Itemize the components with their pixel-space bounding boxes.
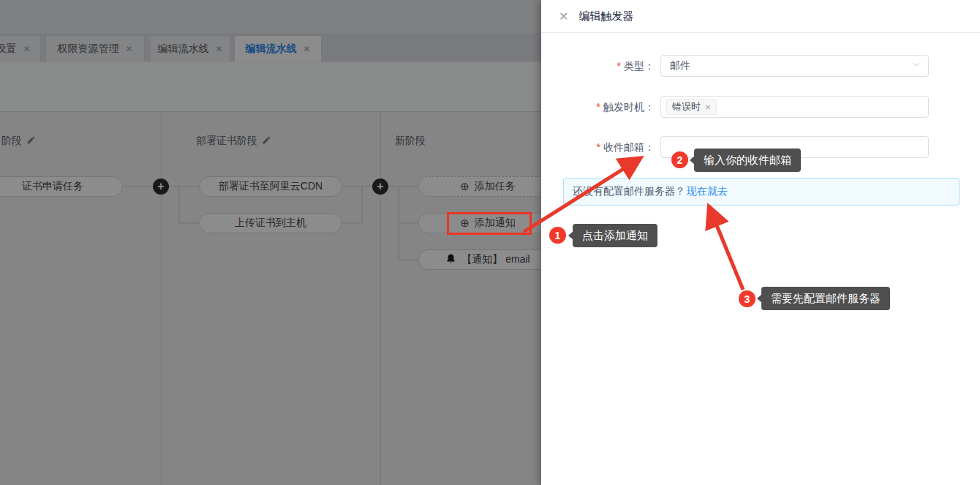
step-badge-1: 1 — [549, 227, 566, 244]
screen: 设置 ✕ 权限资源管理 ✕ 编辑流水线 ✕ 编辑流水线 ✕ 阶段 — [0, 0, 980, 485]
field-row-timing: *触发时机： 错误时 × — [541, 96, 980, 118]
type-select[interactable]: 邮件 — [660, 55, 929, 77]
configure-now-link[interactable]: 现在就去 — [687, 185, 728, 198]
chevron-down-icon — [911, 59, 928, 72]
type-select-value: 邮件 — [670, 59, 911, 72]
field-label-type: *类型： — [541, 55, 655, 77]
drawer-title: 编辑触发器 — [578, 10, 633, 23]
required-mark: * — [617, 60, 621, 72]
mail-server-alert: 还没有配置邮件服务器？ 现在就去 — [563, 178, 960, 206]
timing-tag-on-error: 错误时 × — [666, 99, 717, 115]
required-mark: * — [597, 101, 600, 113]
modal-mask[interactable] — [0, 0, 541, 485]
close-icon[interactable]: ✕ — [559, 10, 568, 23]
timing-multiselect[interactable]: 错误时 × — [660, 96, 929, 118]
drawer-header: ✕ 编辑触发器 — [541, 0, 980, 33]
step-callout-2: 输入你的收件邮箱 — [694, 148, 801, 172]
step-badge-2: 2 — [671, 151, 688, 168]
step-callout-1: 点击添加通知 — [573, 224, 657, 247]
step-callout-3: 需要先配置邮件服务器 — [761, 287, 890, 310]
field-row-type: *类型： 邮件 — [541, 55, 980, 77]
field-label-recipient: *收件邮箱： — [541, 136, 655, 158]
step-badge-3: 3 — [739, 290, 755, 307]
tag-close-icon[interactable]: × — [705, 102, 711, 113]
required-mark: * — [597, 141, 600, 153]
field-label-timing: *触发时机： — [541, 96, 655, 118]
